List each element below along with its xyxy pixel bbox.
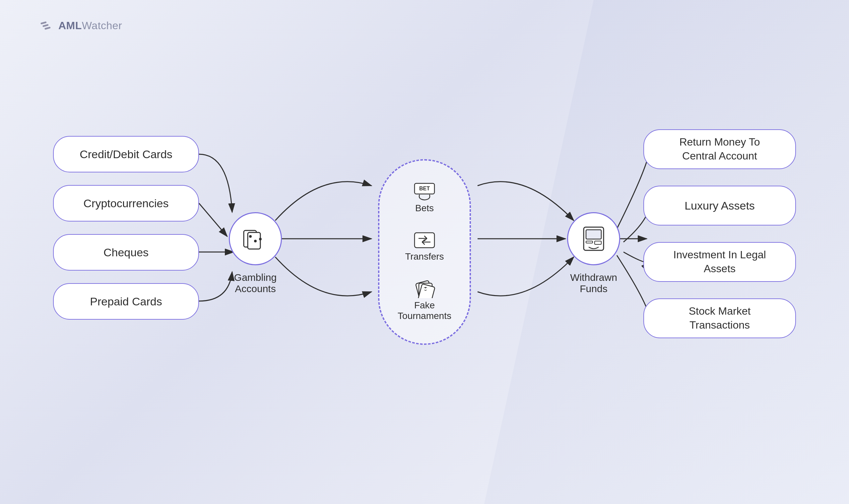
gambling-label: Gambling Accounts <box>222 272 289 294</box>
gambling-hub <box>229 212 282 265</box>
bets-icon: BET <box>413 183 436 201</box>
svg-text:BET: BET <box>419 186 430 191</box>
svg-rect-17 <box>586 241 593 243</box>
pill-cheques: Cheques <box>53 234 199 271</box>
logo-text: AMLWatcher <box>58 20 122 32</box>
svg-point-8 <box>259 238 262 240</box>
center-item-fake-tournaments: Fake Tournaments <box>398 280 451 321</box>
transfers-icon <box>413 231 436 249</box>
center-item-transfers: Transfers <box>405 231 444 262</box>
svg-rect-2 <box>44 26 51 30</box>
pill-credit: Credit/Debit Cards <box>53 136 199 173</box>
gambling-icon <box>240 224 270 254</box>
svg-rect-5 <box>248 232 260 249</box>
fake-tournaments-icon <box>413 280 436 298</box>
withdrawn-label: Withdrawn Funds <box>560 272 627 294</box>
svg-point-7 <box>254 240 257 242</box>
svg-rect-0 <box>40 21 47 24</box>
svg-point-6 <box>249 235 252 238</box>
withdrawn-icon <box>579 224 609 254</box>
center-oval: BET Bets Transfers <box>378 159 471 345</box>
pill-crypto: Cryptocurrencies <box>53 185 199 221</box>
fake-tournaments-label: Fake Tournaments <box>398 300 451 321</box>
svg-rect-18 <box>595 241 601 245</box>
pill-return: Return Money ToCentral Account <box>644 129 796 169</box>
diagram: Credit/Debit Cards Cryptocurrencies Cheq… <box>43 103 806 401</box>
logo: AMLWatcher <box>40 18 122 33</box>
logo-icon <box>40 18 54 33</box>
withdrawn-hub <box>567 212 620 265</box>
svg-rect-16 <box>586 230 601 239</box>
center-item-bets: BET Bets <box>413 183 436 214</box>
pill-invest: Investment In LegalAssets <box>644 242 796 282</box>
pill-luxury: Luxury Assets <box>644 186 796 226</box>
svg-rect-1 <box>42 24 49 27</box>
pill-stock: Stock MarketTransactions <box>644 299 796 338</box>
pill-prepaid: Prepaid Cards <box>53 283 199 320</box>
